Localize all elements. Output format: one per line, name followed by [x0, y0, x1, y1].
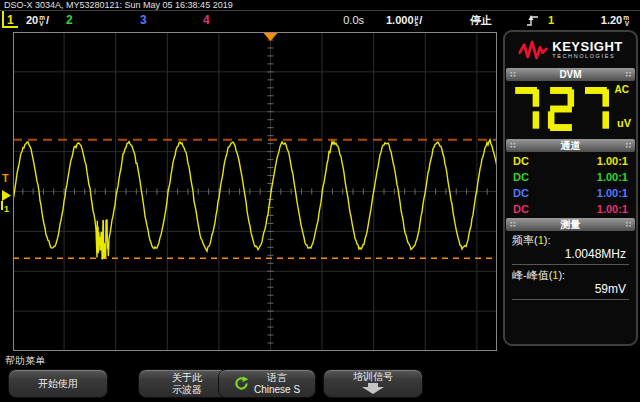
channel-4-indicator[interactable]: 4 — [203, 11, 210, 29]
grip-icon: ∷ — [510, 221, 516, 229]
status-bar: 1 20mV/ 2 3 4 0.0s 1.000µs/ 停止 1 1.20mV — [0, 11, 640, 30]
divider — [512, 264, 629, 265]
oscilloscope-screen: DSO-X 3034A, MY53280121: Sun May 05 16:3… — [0, 0, 640, 402]
measurements-header[interactable]: ∷ 测量 ∷ — [506, 218, 635, 231]
probe-ratio: 1.00:1 — [597, 185, 628, 201]
coupling: DC — [513, 153, 529, 169]
cycle-icon — [234, 376, 249, 391]
measurement-frequency-value: 1.0048MHz — [512, 247, 629, 261]
brand-subtitle: TECHNOLOGIES — [552, 53, 622, 60]
coupling: DC — [513, 169, 529, 185]
waveform-plot — [13, 32, 497, 351]
sidebar-panel: KEYSIGHT TECHNOLOGIES ∷ DVM ∷ AC uV ∷ 通道… — [503, 30, 638, 346]
dvm-header[interactable]: ∷ DVM ∷ — [506, 68, 635, 81]
grip-icon: ∷ — [625, 71, 631, 79]
divider — [512, 299, 629, 300]
trigger-source[interactable]: 1 — [548, 11, 554, 29]
keysight-logo: KEYSIGHT TECHNOLOGIES — [505, 32, 636, 68]
brand-name: KEYSIGHT — [552, 40, 622, 53]
channel-1-number: 1 — [7, 13, 14, 27]
channel-2-row: DC 1.00:1 — [505, 169, 636, 185]
channel-3-indicator[interactable]: 3 — [140, 11, 147, 29]
channel-1-ground-marker[interactable]: 1 — [0, 186, 13, 218]
softkey-language[interactable]: 语言 Chinese S — [218, 369, 316, 398]
down-arrow-icon — [360, 383, 386, 397]
probe-ratio: 1.00:1 — [597, 153, 628, 169]
grip-icon: ∷ — [625, 221, 631, 229]
dvm-unit: uV — [617, 117, 631, 129]
dvm-mode: AC — [615, 84, 629, 95]
channel-1-indicator[interactable]: 1 — [2, 11, 18, 29]
measurement-pkpk-value: 59mV — [512, 282, 629, 296]
softkey-getting-started[interactable]: 开始使用 — [8, 369, 108, 398]
mv-unit-stack: mV — [623, 15, 629, 27]
us-unit-stack: µs — [415, 15, 419, 27]
waveform-display[interactable] — [13, 32, 497, 351]
softkey-menu-title: 帮助菜单 — [5, 354, 45, 368]
ground-marker-label: 1 — [4, 204, 9, 214]
mv-unit-stack: mV — [39, 15, 45, 27]
grip-icon: ∷ — [625, 142, 631, 150]
measurements-list: 频率(1): 1.0048MHz 峰-峰值(1): 59mV — [505, 231, 636, 300]
channel-2-indicator[interactable]: 2 — [66, 11, 73, 29]
dvm-display: AC uV — [505, 81, 636, 139]
channel-1-row: DC 1.00:1 — [505, 153, 636, 169]
grip-icon: ∷ — [510, 142, 516, 150]
channel-4-row: DC 1.00:1 — [505, 201, 636, 217]
horizontal-delay-readout[interactable]: 0.0s — [318, 11, 364, 29]
channel-settings-list: DC 1.00:1 DC 1.00:1 DC 1.00:1 DC 1.00:1 — [505, 152, 636, 218]
run-state-indicator[interactable]: 停止 — [470, 11, 492, 29]
channel-3-row: DC 1.00:1 — [505, 185, 636, 201]
keysight-spark-icon — [518, 39, 548, 61]
trigger-level-marker[interactable]: T — [2, 172, 9, 184]
trigger-level-readout[interactable]: 1.20mV — [572, 11, 630, 29]
probe-ratio: 1.00:1 — [597, 169, 628, 185]
probe-ratio: 1.00:1 — [597, 201, 628, 217]
coupling: DC — [513, 201, 529, 217]
timebase-readout[interactable]: 1.000µs/ — [386, 11, 422, 29]
instrument-title: DSO-X 3034A, MY53280121: Sun May 05 16:3… — [0, 0, 640, 11]
measurement-frequency-label: 频率(1): — [512, 234, 629, 247]
grip-icon: ∷ — [510, 71, 516, 79]
coupling: DC — [513, 185, 529, 201]
channels-header[interactable]: ∷ 通道 ∷ — [506, 139, 635, 152]
dvm-seven-segment-value — [513, 87, 609, 135]
measurement-pkpk-label: 峰-峰值(1): — [512, 269, 629, 282]
softkey-training-signals[interactable]: 培训信号 — [323, 369, 423, 398]
channel-1-scale[interactable]: 20mV/ — [26, 11, 49, 29]
